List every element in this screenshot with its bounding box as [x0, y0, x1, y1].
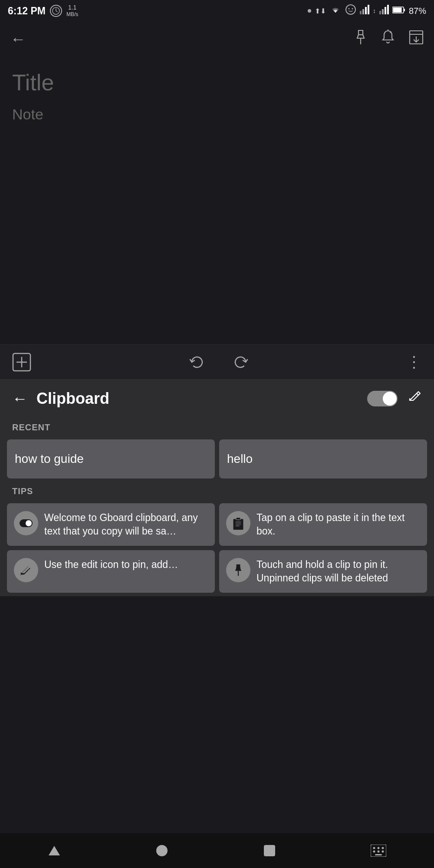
tip-text-0: Welcome to Gboard clipboard, any text th… — [44, 511, 208, 538]
battery-icon — [392, 5, 405, 17]
edit-center-buttons — [188, 353, 249, 371]
clipboard-toggle[interactable] — [367, 391, 398, 406]
clipboard-title: Clipboard — [36, 389, 109, 408]
redo-button[interactable] — [232, 353, 249, 371]
svg-rect-4 — [360, 11, 362, 14]
note-body-field[interactable]: Note — [12, 106, 422, 123]
status-speed: 1.1MB/s — [66, 4, 78, 17]
archive-button[interactable] — [409, 30, 424, 48]
svg-rect-28 — [233, 519, 243, 530]
tip-icon-pin — [226, 558, 250, 582]
more-options-button[interactable]: ⋮ — [406, 353, 422, 371]
note-empty-space[interactable] — [12, 123, 422, 331]
svg-rect-14 — [393, 8, 401, 13]
tip-icon-pencil — [14, 558, 38, 582]
svg-rect-10 — [385, 7, 386, 14]
svg-point-41 — [378, 847, 380, 849]
svg-rect-13 — [404, 9, 405, 11]
toggle-knob — [383, 392, 397, 406]
svg-rect-46 — [375, 854, 382, 855]
svg-point-27 — [26, 520, 32, 526]
tip-icon-toggle — [14, 511, 38, 535]
tip-text-1: Tap on a clip to paste it in the text bo… — [256, 511, 420, 538]
svg-point-45 — [382, 851, 384, 853]
bottom-nav — [0, 833, 434, 868]
clipboard-header-right — [367, 390, 422, 407]
svg-point-3 — [352, 8, 353, 10]
recent-label: RECENT — [0, 418, 434, 436]
svg-point-1 — [346, 5, 355, 14]
svg-rect-38 — [264, 845, 275, 856]
nav-home-button[interactable] — [156, 845, 168, 857]
status-dot — [308, 9, 311, 13]
svg-rect-19 — [410, 31, 423, 34]
nav-keyboard-button[interactable] — [371, 845, 386, 857]
nav-back-button[interactable] — [48, 845, 61, 856]
tip-item-3[interactable]: Touch and hold a clip to pin it. Unpinne… — [219, 550, 427, 593]
clipboard-edit-button[interactable] — [408, 390, 422, 407]
svg-point-44 — [378, 851, 380, 853]
svg-point-37 — [156, 845, 168, 856]
clipboard-header-left: ← Clipboard — [12, 389, 109, 408]
signal-icon-1 — [360, 5, 369, 17]
wifi-icon — [329, 5, 342, 17]
nav-recents-button[interactable] — [263, 845, 276, 857]
status-left: 6:12 PM 1.1MB/s — [8, 4, 78, 17]
svg-point-40 — [373, 847, 375, 849]
add-content-button[interactable] — [12, 353, 31, 372]
tips-grid: Welcome to Gboard clipboard, any text th… — [0, 500, 434, 596]
status-time: 6:12 PM — [8, 5, 46, 17]
status-bar: 6:12 PM 1.1MB/s ⬆⬇ — [0, 0, 434, 22]
data-arrows-icon: ⬆⬇ — [315, 7, 326, 15]
svg-marker-36 — [49, 846, 60, 855]
note-title-field[interactable]: Title — [12, 69, 422, 96]
svg-rect-11 — [387, 5, 389, 14]
tips-label: TIPS — [0, 482, 434, 500]
editing-bar: ⋮ — [0, 344, 434, 379]
face-icon — [345, 4, 356, 18]
tip-text-2: Use the edit icon to pin, add… — [44, 558, 178, 571]
clip-item-1[interactable]: hello — [219, 439, 427, 479]
back-button[interactable]: ← — [10, 30, 26, 48]
svg-point-18 — [390, 31, 391, 33]
svg-rect-9 — [382, 9, 384, 14]
battery-percent: 87% — [409, 6, 426, 16]
svg-point-2 — [348, 8, 349, 10]
tip-item-0[interactable]: Welcome to Gboard clipboard, any text th… — [7, 503, 215, 546]
clipboard-panel: ← Clipboard RECENT how to guide hello TI… — [0, 379, 434, 596]
tip-icon-clipboard — [226, 511, 250, 535]
tip-item-2[interactable]: Use the edit icon to pin, add… — [7, 550, 215, 593]
svg-line-25 — [417, 393, 418, 395]
pin-button[interactable] — [354, 30, 367, 49]
svg-point-42 — [382, 847, 384, 849]
svg-rect-29 — [236, 518, 241, 520]
signal-icon-2 — [379, 5, 389, 17]
bell-button[interactable] — [381, 30, 395, 49]
recent-clips-grid: how to guide hello — [0, 436, 434, 482]
clipboard-back-button[interactable]: ← — [12, 389, 28, 408]
toolbar-right-icons — [354, 30, 424, 49]
svg-rect-8 — [379, 11, 381, 14]
tip-item-1[interactable]: Tap on a clip to paste it in the text bo… — [219, 503, 427, 546]
tip-text-3: Touch and hold a clip to pin it. Unpinne… — [256, 558, 420, 585]
arrows-icon: ↕ — [373, 7, 376, 14]
svg-rect-6 — [365, 7, 367, 14]
svg-rect-5 — [362, 9, 364, 14]
top-toolbar: ← — [0, 22, 434, 56]
status-right: ⬆⬇ ↕ — [308, 4, 426, 18]
app-status-icon — [50, 5, 62, 17]
clip-item-0[interactable]: how to guide — [7, 439, 215, 479]
clipboard-header: ← Clipboard — [0, 379, 434, 418]
svg-point-43 — [373, 851, 375, 853]
svg-rect-7 — [368, 5, 369, 14]
note-area[interactable]: Title Note — [0, 56, 434, 344]
undo-button[interactable] — [188, 353, 206, 371]
